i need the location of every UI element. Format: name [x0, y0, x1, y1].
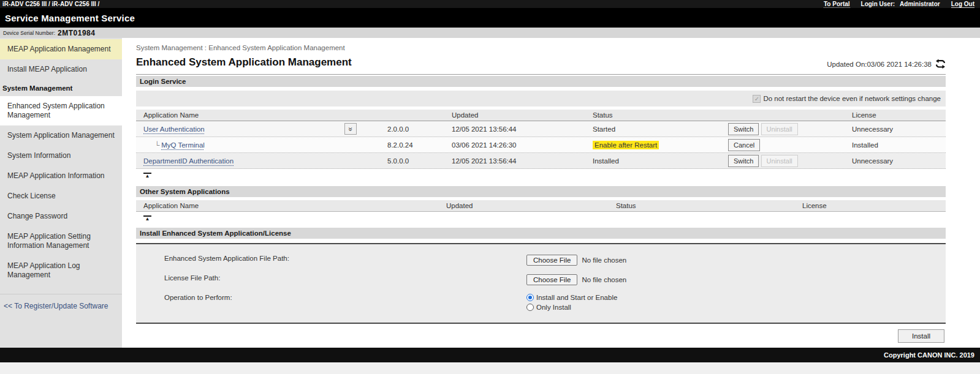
app-version: 5.0.0.0 — [387, 156, 452, 166]
sidebar-item-change-password[interactable]: Change Password — [0, 206, 122, 226]
sidebar-item-meap-application-information[interactable]: MEAP Application Information — [0, 166, 122, 186]
column-status: Status — [616, 201, 802, 211]
column-status: Status — [593, 110, 728, 120]
register-update-software-link[interactable]: << To Register/Update Software — [4, 302, 108, 310]
uninstall-button[interactable]: Uninstall — [761, 155, 798, 167]
app-updated: 12/05 2021 13:56:44 — [452, 156, 593, 166]
file-chosen-text: No file chosen — [582, 276, 626, 283]
radio-selected-icon — [526, 294, 534, 301]
breadcrumb: System Management : Enhanced System Appl… — [136, 44, 946, 51]
radio-unselected-icon — [526, 304, 534, 311]
login-user-label: Login User: — [861, 1, 895, 7]
uninstall-button[interactable]: Uninstall — [761, 123, 798, 135]
table-row-myq-terminal: └MyQ Terminal 8.2.0.24 03/06 2021 14:26:… — [136, 137, 946, 153]
copyright-text: Copyright CANON INC. 2019 — [884, 351, 974, 359]
sidebar-item-system-application-management[interactable]: System Application Management — [0, 125, 122, 146]
switch-button[interactable]: Switch — [728, 123, 759, 135]
app-license: Unnecessary — [852, 124, 946, 134]
app-file-path-label: Enhanced System Application File Path: — [136, 255, 526, 262]
scroll-to-top-icon[interactable]: ▲ — [143, 173, 151, 179]
serial-label: Device Serial Number: — [3, 30, 55, 36]
app-version: 2.0.0.0 — [387, 124, 452, 134]
sidebar-item-install-meap-application[interactable]: Install MEAP Application — [0, 59, 122, 80]
bottom-strip — [0, 362, 980, 374]
install-section-header: Install Enhanced System Application/Lice… — [136, 228, 946, 239]
to-portal-link[interactable]: To Portal — [824, 1, 850, 8]
departmentid-authentication-link[interactable]: DepartmentID Authentication — [143, 157, 234, 165]
do-not-restart-checkbox[interactable]: ✓ — [753, 95, 761, 103]
sidebar-item-meap-application-management[interactable]: MEAP Application Management — [0, 39, 122, 59]
radio-install-and-start[interactable]: Install and Start or Enable — [526, 294, 617, 301]
page-title: Enhanced System Application Management — [136, 56, 352, 69]
sidebar-item-enhanced-system-application-management[interactable]: Enhanced System Application Management — [0, 96, 122, 125]
radio-label: Install and Start or Enable — [536, 294, 617, 301]
double-chevron-up-icon: » — [347, 127, 354, 131]
app-title-bar: Service Management Service — [0, 8, 980, 28]
sidebar: MEAP Application Management Install MEAP… — [0, 38, 122, 348]
login-service-table: Application Name Updated Status License … — [136, 110, 946, 169]
sidebar-item-system-information[interactable]: System Information — [0, 146, 122, 166]
app-version: 8.2.0.24 — [387, 140, 452, 150]
column-application-name: Application Name — [136, 201, 446, 211]
radio-only-install[interactable]: Only Install — [526, 304, 617, 311]
app-title: Service Management Service — [5, 13, 135, 23]
column-application-name: Application Name — [136, 110, 344, 120]
footer-bar: Copyright CANON INC. 2019 — [0, 348, 980, 362]
install-button[interactable]: Install — [898, 329, 944, 343]
serial-value: 2MT01984 — [58, 29, 95, 37]
logout-link[interactable]: Log Out — [951, 1, 974, 8]
device-titlebar: iR-ADV C256 III / iR-ADV C256 III / To P… — [0, 0, 980, 8]
radio-label: Only Install — [536, 304, 571, 311]
file-chosen-text: No file chosen — [582, 256, 626, 264]
login-user-value: Administrator — [900, 1, 940, 7]
user-authentication-link[interactable]: User Authentication — [143, 125, 205, 133]
myq-terminal-link[interactable]: MyQ Terminal — [161, 141, 205, 149]
table-row-user-authentication: User Authentication » 2.0.0.0 12/05 2021… — [136, 121, 946, 137]
app-status: Started — [593, 124, 728, 134]
sidebar-item-meap-application-setting-information-management[interactable]: MEAP Application Setting Information Man… — [0, 226, 122, 256]
other-apps-section-header: Other System Applications — [136, 186, 946, 197]
child-branch-icon: └ — [154, 141, 159, 149]
app-license: Installed — [852, 140, 946, 150]
app-updated: 03/06 2021 14:26:30 — [452, 140, 593, 150]
license-file-path-label: License File Path: — [136, 274, 526, 282]
do-not-restart-label: Do not restart the device even if networ… — [763, 95, 941, 102]
column-license: License — [852, 110, 946, 120]
column-updated: Updated — [446, 201, 616, 211]
choose-file-button[interactable]: Choose File — [526, 255, 577, 266]
app-status-highlighted: Enable after Restart — [593, 141, 659, 149]
login-service-section-header: Login Service — [136, 76, 946, 87]
cancel-button[interactable]: Cancel — [728, 139, 760, 151]
install-form: Enhanced System Application File Path: C… — [136, 243, 946, 324]
login-user: Login User: Administrator — [861, 1, 940, 7]
table-row-departmentid-authentication: DepartmentID Authentication 5.0.0.0 12/0… — [136, 153, 946, 169]
serial-bar: Device Serial Number: 2MT01984 — [0, 28, 980, 38]
sidebar-item-meap-application-log-management[interactable]: MEAP Application Log Management — [0, 256, 122, 285]
choose-file-button[interactable]: Choose File — [526, 274, 577, 285]
refresh-icon[interactable] — [935, 59, 946, 69]
sidebar-item-check-license[interactable]: Check License — [0, 186, 122, 206]
restart-option-bar: ✓ Do not restart the device even if netw… — [136, 91, 946, 107]
scroll-to-top-icon[interactable]: ▲ — [143, 215, 151, 222]
other-apps-header-row: Application Name Updated Status License — [136, 200, 946, 212]
column-license: License — [802, 201, 946, 211]
main-content: System Management : Enhanced System Appl… — [122, 38, 980, 348]
collapse-button[interactable]: » — [344, 123, 357, 135]
operation-to-perform-label: Operation to Perform: — [136, 294, 526, 301]
login-table-header-row: Application Name Updated Status License — [136, 110, 946, 121]
app-license: Unnecessary — [852, 156, 946, 166]
updated-on-text: Updated On:03/06 2021 14:26:38 — [827, 61, 932, 68]
page: iR-ADV C256 III / iR-ADV C256 III / To P… — [0, 0, 980, 374]
other-apps-table: Application Name Updated Status License — [136, 200, 946, 212]
sidebar-section-system-management: System Management — [0, 80, 122, 96]
app-updated: 12/05 2021 13:56:44 — [452, 124, 593, 134]
switch-button[interactable]: Switch — [728, 155, 759, 167]
column-updated: Updated — [452, 110, 593, 120]
device-name: iR-ADV C256 III / iR-ADV C256 III / — [2, 1, 99, 7]
sidebar-back-container: << To Register/Update Software — [0, 294, 122, 318]
app-status: Installed — [593, 156, 728, 166]
